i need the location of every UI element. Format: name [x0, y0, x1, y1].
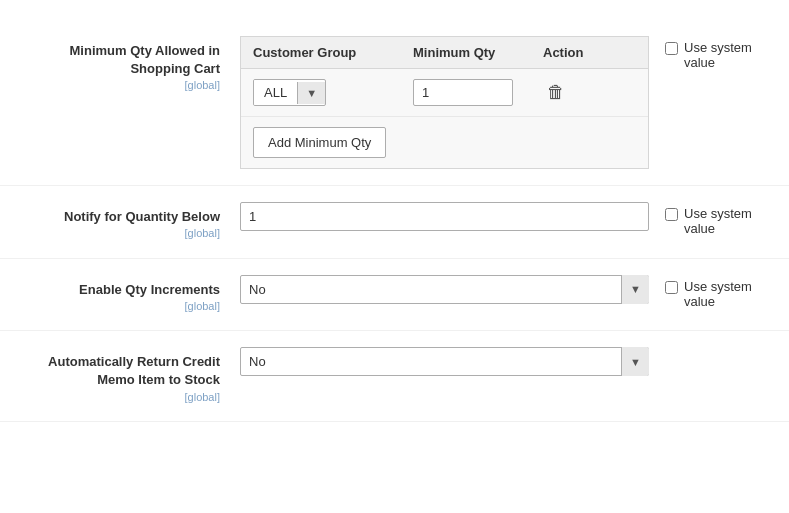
enable-qty-increments-use-system-value-checkbox[interactable]	[665, 281, 678, 294]
qty-table-header: Customer Group Minimum Qty Action	[241, 37, 648, 69]
qty-table: Customer Group Minimum Qty Action ALL ▼	[240, 36, 649, 169]
col-header-action: Action	[543, 45, 636, 60]
enable-qty-increments-select[interactable]: No Yes	[240, 275, 649, 304]
auto-return-credit-memo-suffix	[649, 347, 769, 351]
table-row: ALL ▼ 🗑	[241, 69, 648, 117]
min-qty-cart-suffix: Use system value	[649, 36, 769, 70]
min-qty-cart-content: Customer Group Minimum Qty Action ALL ▼	[240, 36, 649, 169]
min-qty-cell	[413, 79, 543, 106]
min-qty-cart-row: Minimum Qty Allowed in Shopping Cart [gl…	[0, 20, 789, 186]
auto-return-credit-memo-content: No Yes ▼	[240, 347, 649, 376]
auto-return-credit-memo-select-wrapper: No Yes ▼	[240, 347, 649, 376]
use-system-value-checkbox[interactable]	[665, 42, 678, 55]
add-min-qty-row: Add Minimum Qty	[241, 117, 648, 168]
enable-qty-increments-select-wrapper: No Yes ▼	[240, 275, 649, 304]
enable-qty-increments-use-system-value-label[interactable]: Use system value	[665, 279, 769, 309]
enable-qty-increments-suffix: Use system value	[649, 275, 769, 309]
action-cell: 🗑	[543, 80, 636, 105]
notify-qty-suffix: Use system value	[649, 202, 769, 236]
customer-group-value: ALL	[254, 80, 297, 105]
notify-qty-row: Notify for Quantity Below [global] Use s…	[0, 186, 789, 259]
notify-qty-content	[240, 202, 649, 231]
min-qty-cart-label: Minimum Qty Allowed in Shopping Cart [gl…	[20, 36, 240, 94]
notify-qty-use-system-value-checkbox[interactable]	[665, 208, 678, 221]
enable-qty-increments-label: Enable Qty Increments [global]	[20, 275, 240, 315]
auto-return-credit-memo-row: Automatically Return Credit Memo Item to…	[0, 331, 789, 422]
auto-return-credit-memo-label: Automatically Return Credit Memo Item to…	[20, 347, 240, 405]
notify-qty-use-system-value-label[interactable]: Use system value	[665, 206, 769, 236]
trash-icon: 🗑	[547, 82, 565, 102]
use-system-value-label[interactable]: Use system value	[665, 40, 769, 70]
customer-group-select-wrapper[interactable]: ALL ▼	[253, 79, 326, 106]
enable-qty-increments-row: Enable Qty Increments [global] No Yes ▼ …	[0, 259, 789, 332]
col-header-customer-group: Customer Group	[253, 45, 413, 60]
col-header-min-qty: Minimum Qty	[413, 45, 543, 60]
notify-qty-input[interactable]	[240, 202, 649, 231]
add-min-qty-button[interactable]: Add Minimum Qty	[253, 127, 386, 158]
auto-return-credit-memo-select[interactable]: No Yes	[240, 347, 649, 376]
customer-group-dropdown-arrow-icon[interactable]: ▼	[297, 82, 325, 104]
delete-row-button[interactable]: 🗑	[543, 80, 569, 105]
min-qty-input[interactable]	[413, 79, 513, 106]
enable-qty-increments-content: No Yes ▼	[240, 275, 649, 304]
customer-group-cell: ALL ▼	[253, 79, 413, 106]
notify-qty-label: Notify for Quantity Below [global]	[20, 202, 240, 242]
